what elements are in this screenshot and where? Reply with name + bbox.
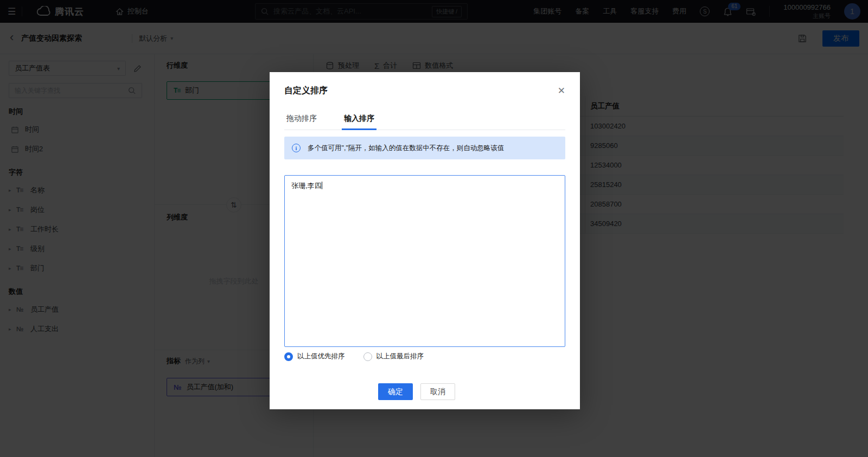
confirm-button[interactable]: 确定: [378, 383, 413, 400]
radio-selected-icon: [284, 352, 293, 361]
custom-sort-modal: 自定义排序 ✕ 拖动排序 输入排序 i 多个值可用","隔开，如输入的值在数据中…: [270, 72, 580, 409]
radio-label: 以上值最后排序: [376, 352, 424, 361]
text-cursor: [322, 182, 322, 189]
info-banner-text: 多个值可用","隔开，如输入的值在数据中不存在，则自动忽略该值: [308, 144, 504, 153]
tab-drag-sort[interactable]: 拖动排序: [284, 114, 319, 130]
sort-tabs: 拖动排序 输入排序: [284, 114, 565, 130]
info-banner: i 多个值可用","隔开，如输入的值在数据中不存在，则自动忽略该值: [284, 137, 565, 159]
info-icon: i: [292, 144, 301, 152]
radio-values-last[interactable]: 以上值最后排序: [363, 352, 424, 361]
sort-values-textarea[interactable]: 张珊,李四: [284, 175, 565, 347]
sort-position-options: 以上值优先排序 以上值最后排序: [284, 352, 424, 361]
modal-footer: 确定 取消: [270, 383, 564, 400]
app-root: ☰ 腾讯云 控制台 搜索云产品、文档、云API... 快捷键 / 集团账号 备案…: [0, 0, 868, 457]
modal-title: 自定义排序: [284, 85, 328, 96]
radio-label: 以上值优先排序: [297, 352, 345, 361]
sort-values-text: 张珊,李四: [291, 182, 322, 190]
cancel-button[interactable]: 取消: [420, 383, 455, 400]
tab-input-sort[interactable]: 输入排序: [342, 114, 376, 130]
radio-unselected-icon: [363, 352, 372, 361]
radio-values-first[interactable]: 以上值优先排序: [284, 352, 345, 361]
close-icon[interactable]: ✕: [558, 86, 565, 95]
